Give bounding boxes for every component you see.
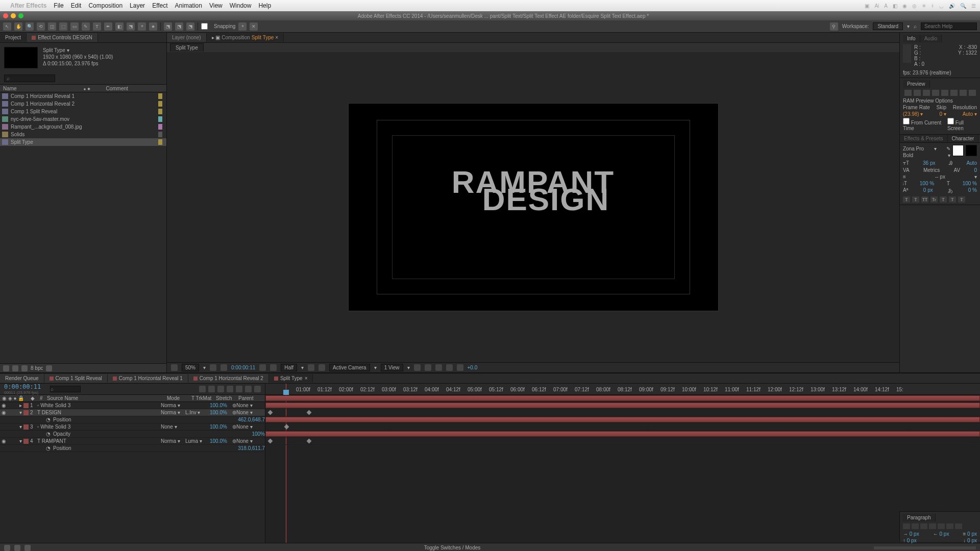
render-queue-tab[interactable]: Render Queue (0, 374, 44, 383)
vscale-value[interactable]: 100 % (920, 181, 934, 186)
always-preview-icon[interactable] (171, 364, 178, 371)
baseline-value[interactable]: 0 px (923, 187, 933, 194)
stopwatch-icon[interactable]: ◔ (46, 431, 53, 437)
menu-edit[interactable]: Edit (71, 2, 82, 9)
chevron-down-icon[interactable]: ▾ (934, 146, 937, 152)
subscript-button[interactable]: T (958, 196, 965, 203)
status-icon[interactable]: ◎ (912, 3, 917, 9)
label-swatch[interactable] (158, 132, 162, 137)
trash-icon[interactable] (46, 365, 52, 371)
parent-dropdown[interactable]: None ▾ (236, 403, 265, 408)
stroke-width-value[interactable]: -- px (935, 174, 945, 180)
hand-tool[interactable]: ✋ (14, 22, 22, 31)
mute-button[interactable] (960, 90, 967, 96)
pan-behind-tool[interactable]: ⬚ (59, 22, 67, 31)
effect-controls-tab[interactable]: Effect Controls DESIGN (27, 33, 98, 42)
align-right-button[interactable] (920, 523, 927, 529)
chevron-down-icon[interactable]: ▾ (203, 365, 206, 370)
brainstorm-icon[interactable] (254, 386, 261, 392)
blend-mode-dropdown[interactable]: Norma ▾ (161, 410, 185, 415)
layer-name[interactable]: White Solid 3 (40, 403, 70, 408)
col-name[interactable]: Name (3, 86, 17, 91)
tsume-value[interactable]: 0 % (968, 187, 977, 194)
all-caps-button[interactable]: TT (921, 196, 928, 203)
property-value[interactable]: 318.0,611.7 (238, 445, 265, 451)
brush-tool[interactable]: ✒ (104, 22, 112, 31)
hide-shy-icon[interactable] (217, 386, 224, 392)
justify-last-left-button[interactable] (929, 523, 936, 529)
parent-pickwhip-icon[interactable]: ⊚ (232, 438, 236, 444)
leading-value[interactable]: Auto (966, 160, 977, 166)
resolution-dropdown[interactable]: Auto ▾ (963, 111, 977, 117)
layer-label[interactable] (23, 439, 29, 444)
transparency-grid-icon[interactable] (318, 364, 325, 371)
twirl-icon[interactable]: ▾ (19, 438, 22, 444)
trkmat-dropdown[interactable]: Luma ▾ (185, 438, 210, 444)
search-icon[interactable]: ⚲ (830, 22, 838, 31)
current-time[interactable]: 0:00:00:11 (231, 365, 255, 370)
font-style-dropdown[interactable]: Bold (903, 153, 913, 158)
align-center-button[interactable] (912, 523, 919, 529)
property-value[interactable]: 462.0,648.7 (238, 417, 265, 422)
snap-option-icon[interactable]: ⌖ (238, 22, 247, 31)
frame-blend-icon[interactable] (14, 545, 20, 551)
track-row[interactable] (265, 395, 980, 402)
spotlight-icon[interactable]: 🔍 (960, 3, 966, 9)
parent-pickwhip-icon[interactable]: ⊚ (232, 424, 236, 430)
frame-blend-icon[interactable] (227, 386, 233, 392)
chevron-down-icon[interactable]: ▾ (407, 365, 410, 370)
comp-mini-flowchart-icon[interactable] (199, 386, 206, 392)
layer-bar[interactable] (265, 403, 980, 408)
time-ruler[interactable]: 01:00f01:12f02:00f02:12f03:00f03:12f04:0… (265, 384, 980, 395)
menu-file[interactable]: File (54, 2, 63, 9)
roi-icon[interactable] (308, 364, 314, 371)
eraser-tool[interactable]: ⬔ (127, 22, 135, 31)
timeline-tab[interactable]: Comp 1 Split Reveal (44, 374, 108, 383)
clone-tool[interactable]: ◧ (115, 22, 124, 31)
rotate-tool[interactable]: ⟲ (37, 22, 45, 31)
stretch-value[interactable]: 100.0% (210, 438, 232, 444)
property-value[interactable]: 100% (252, 431, 265, 437)
project-search-input[interactable] (4, 74, 55, 82)
twirl-icon[interactable]: ▾ (19, 410, 22, 415)
preview-tab[interactable]: Preview (903, 80, 930, 88)
stroke-style-dropdown[interactable]: ▾ (974, 174, 977, 180)
label-swatch[interactable] (158, 101, 162, 107)
parent-pickwhip-icon[interactable]: ⊚ (232, 403, 236, 408)
current-timecode[interactable]: 0:00:00:11 (4, 383, 41, 390)
label-swatch[interactable] (158, 109, 162, 114)
small-caps-button[interactable]: Tr (930, 196, 938, 203)
notification-icon[interactable]: ☰ (971, 3, 976, 9)
paragraph-tab[interactable]: Paragraph (903, 514, 936, 521)
close-window-button[interactable] (3, 13, 8, 18)
layer-row[interactable]: ◉▾4T RAMPANTNorma ▾Luma ▾100.0%⊚None ▾ (0, 438, 265, 445)
zoom-dropdown[interactable]: 50% (182, 364, 199, 371)
col-mode[interactable]: Mode (165, 395, 189, 401)
workspace-dropdown[interactable]: Standard (873, 22, 903, 30)
camera-dropdown[interactable]: Active Camera (329, 364, 370, 371)
space-before-value[interactable]: 0 px (907, 538, 917, 543)
chevron-down-icon[interactable]: ▾ (948, 153, 950, 158)
chevron-down-icon[interactable]: ▾ (301, 365, 304, 370)
superscript-button[interactable]: T (940, 196, 947, 203)
exposure-value[interactable]: +0.0 (468, 365, 478, 370)
view-layout-dropdown[interactable]: 1 View (381, 364, 403, 371)
loop-button[interactable] (950, 90, 958, 96)
label-swatch[interactable] (158, 93, 162, 99)
status-icon[interactable]: ✳ (922, 3, 926, 9)
selection-tool[interactable]: ↖ (3, 22, 11, 31)
layer-bar[interactable] (265, 417, 980, 422)
track-row[interactable] (265, 438, 980, 445)
frame-rate-dropdown[interactable]: (23.98) ▾ (903, 111, 923, 117)
resolution-dropdown[interactable]: Half (281, 364, 297, 371)
stretch-value[interactable]: 100.0% (210, 410, 232, 415)
col-number[interactable]: # (38, 395, 45, 401)
menu-animation[interactable]: Animation (175, 2, 202, 9)
motion-blur-icon[interactable] (236, 386, 242, 392)
chevron-down-icon[interactable]: ▾ (907, 23, 910, 29)
property-row[interactable]: ◔Position318.0,611.7 (0, 445, 265, 452)
zoom-window-button[interactable] (18, 13, 23, 18)
stopwatch-icon[interactable]: ◔ (46, 445, 53, 451)
faux-bold-button[interactable]: T (903, 196, 910, 203)
justify-last-center-button[interactable] (938, 523, 945, 529)
